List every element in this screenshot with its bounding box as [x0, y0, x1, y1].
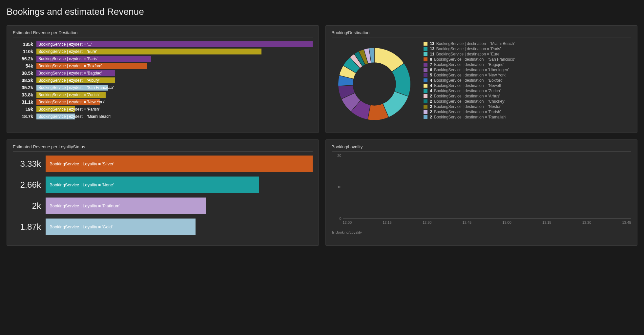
hbar-label: BookingService | ezydest = 'Miami Beach': [38, 114, 111, 119]
hbar-row[interactable]: 31.1kBookingService | ezydest = 'New Yor…: [13, 99, 313, 105]
legend-count: 6: [430, 68, 432, 72]
xtick: 13:00: [502, 220, 511, 224]
panel-title: Estimated Revenue per Desitation: [13, 30, 313, 37]
hbar-row[interactable]: 135kBookingService | ezydest = '...': [13, 41, 313, 47]
hbar-row[interactable]: 38.3kBookingService | ezydest = 'Albury': [13, 77, 313, 83]
hbar-value: 56.2k: [13, 56, 36, 61]
xtick: 12:15: [383, 220, 392, 224]
legend-count: 2: [430, 115, 432, 119]
xtick: 13:30: [582, 220, 592, 224]
panel-title: Estimated Revenue per LoyalityStatus: [13, 144, 313, 152]
panel-revenue-destination: Estimated Revenue per Desitation 135kBoo…: [7, 25, 319, 133]
big-hbar-label: BookingService | Loyality = 'Silver': [50, 161, 114, 166]
legend-count: 11: [430, 52, 434, 56]
hbar-label: BookingService | ezydest = 'New York': [38, 99, 105, 105]
legend-count: 4: [430, 78, 432, 83]
panel-title: Booking/Loyality: [332, 144, 632, 152]
hbar-track: BookingService | ezydest = 'Albury': [36, 77, 313, 83]
legend-label: BookingService | destination = 'Zurich': [434, 89, 501, 93]
hbar-value: 31.1k: [13, 99, 36, 105]
legend-label: BookingService | destination = 'Ramallah…: [434, 115, 506, 119]
hbar-row[interactable]: 33.8kBookingService | ezydest = 'Zurich': [13, 92, 313, 98]
big-hbar-label: BookingService | Loyality = 'Platinum': [50, 203, 120, 208]
legend-label: BookingService | destination = 'Nestor': [434, 104, 501, 109]
legend-label: BookingService | destination = 'Newell': [434, 83, 501, 88]
legend-count: 2: [430, 104, 432, 109]
xtick: 13:45: [622, 220, 631, 224]
hbar-value: 135k: [13, 42, 36, 47]
legend-swatch: [424, 99, 427, 103]
hbar-row[interactable]: 19kBookingService | ezydest = 'Parish': [13, 106, 313, 112]
big-hbar-row[interactable]: 2.66kBookingService | Loyality = 'None': [13, 177, 313, 193]
legend-label: BookingService | destination = 'Eure': [436, 52, 500, 56]
hbar-track: BookingService | ezydest = '...': [36, 41, 313, 47]
legend-item[interactable]: 11BookingService | destination = 'Eure': [424, 52, 632, 56]
big-hbar-label: BookingService | Loyality = 'Gold': [50, 224, 113, 229]
hbar-row[interactable]: 56.2kBookingService | ezydest = 'Paris': [13, 56, 313, 62]
hbar-label: BookingService | ezydest = 'San Francisc…: [38, 85, 114, 91]
legend-swatch: [424, 115, 427, 119]
legend-count: 13: [430, 41, 434, 46]
legend-count: 5: [430, 73, 432, 77]
hbar-row[interactable]: 110kBookingService | ezydest = 'Eure': [13, 49, 313, 54]
bar-chart-icon: ılı: [332, 230, 334, 234]
big-hbar-value: 3.33k: [13, 159, 46, 169]
column-chart[interactable]: 01020 12:0012:1512:3012:4513:0013:1513:3…: [332, 156, 632, 228]
big-hbar-value: 1.87k: [13, 222, 46, 232]
big-hbar-row[interactable]: 1.87kBookingService | Loyality = 'Gold': [13, 219, 313, 235]
legend-item[interactable]: 2BookingService | destination = 'Parish': [424, 110, 632, 114]
legend-item[interactable]: 8BookingService | destination = 'San Fra…: [424, 57, 632, 62]
legend-item[interactable]: 2BookingService | destination = 'Chuckey…: [424, 99, 632, 104]
legend-swatch: [424, 52, 427, 56]
legend-count: 4: [430, 89, 432, 93]
hbar-value: 35.2k: [13, 85, 36, 90]
legend-item[interactable]: 2BookingService | destination = 'Ramalla…: [424, 115, 632, 119]
panel-booking-destination: Booking/Destination 13BookingService | d…: [325, 25, 638, 133]
chart-footer: ılı Booking/Loyality: [332, 230, 632, 234]
hbar-value: 33.8k: [13, 92, 36, 97]
hbar-row[interactable]: 38.5kBookingService | ezydest = 'Bagdad': [13, 70, 313, 76]
legend-item[interactable]: 5BookingService | destination = 'New Yor…: [424, 73, 632, 77]
legend-item[interactable]: 4BookingService | destination = 'Newell': [424, 83, 632, 88]
big-hbar-track: BookingService | Loyality = 'Gold': [46, 219, 313, 235]
hbar-row[interactable]: 54kBookingService | ezydest = 'Boxford': [13, 63, 313, 69]
ytick: 10: [337, 185, 341, 189]
hbar-label: BookingService | ezydest = 'Paris': [38, 56, 97, 62]
legend-item[interactable]: 13BookingService | destination = 'Paris': [424, 47, 632, 51]
xtick: 12:00: [343, 220, 352, 224]
big-hbar-value: 2k: [13, 201, 46, 211]
big-hbar-row[interactable]: 3.33kBookingService | Loyality = 'Silver…: [13, 156, 313, 172]
legend-swatch: [424, 78, 427, 82]
hbar-label: BookingService | ezydest = '...': [38, 41, 92, 47]
donut-chart[interactable]: [332, 41, 417, 127]
legend-item[interactable]: 2BookingService | destination = 'Nestor': [424, 104, 632, 109]
legend-swatch: [424, 89, 427, 93]
hbar-value: 38.5k: [13, 71, 36, 76]
legend-item[interactable]: 2BookingService | destination = 'Arhus': [424, 94, 632, 98]
hbar-row[interactable]: 35.2kBookingService | ezydest = 'San Fra…: [13, 85, 313, 91]
legend-item[interactable]: 7BookingService | destination = 'Bugojno…: [424, 62, 632, 67]
big-hbar-track: BookingService | Loyality = 'None': [46, 177, 313, 193]
legend-item[interactable]: 4BookingService | destination = 'Zurich': [424, 89, 632, 93]
legend-label: BookingService | destination = 'Parish': [434, 110, 501, 114]
hbar-row[interactable]: 18.7kBookingService | ezydest = 'Miami B…: [13, 114, 313, 119]
legend-swatch: [424, 47, 427, 51]
legend-swatch: [424, 42, 427, 46]
panel-title: Booking/Destination: [332, 30, 632, 37]
hbar-track: BookingService | ezydest = 'Miami Beach': [36, 114, 313, 119]
hbar-label: BookingService | ezydest = 'Eure': [38, 49, 97, 54]
legend-swatch: [424, 57, 427, 61]
hbar-label: BookingService | ezydest = 'Bagdad': [38, 70, 102, 76]
legend-item[interactable]: 4BookingService | destination = 'Boxford…: [424, 78, 632, 83]
hbar-track: BookingService | ezydest = 'Parish': [36, 106, 313, 112]
legend-swatch: [424, 63, 427, 67]
legend-item[interactable]: 13BookingService | destination = 'Miami …: [424, 41, 632, 46]
hbar-track: BookingService | ezydest = 'Boxford': [36, 63, 313, 69]
legend-count: 4: [430, 83, 432, 88]
legend-label: BookingService | destination = 'Arhus': [434, 94, 500, 98]
legend-swatch: [424, 94, 427, 98]
hbar-label: BookingService | ezydest = 'Zurich': [38, 92, 99, 98]
legend-count: 7: [430, 62, 432, 67]
legend-item[interactable]: 6BookingService | destination = 'Uberlin…: [424, 68, 632, 72]
big-hbar-row[interactable]: 2kBookingService | Loyality = 'Platinum': [13, 198, 313, 214]
